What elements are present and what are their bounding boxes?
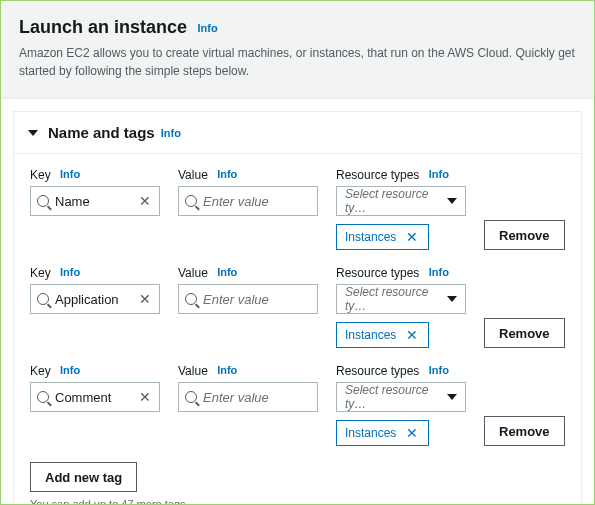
resource-types-label: Resource types Info	[336, 168, 466, 182]
value-input-wrap[interactable]	[178, 186, 318, 216]
remove-button[interactable]: Remove	[484, 318, 565, 348]
key-label: Key Info	[30, 168, 160, 182]
key-info-link[interactable]: Info	[60, 364, 80, 376]
value-info-link[interactable]: Info	[217, 364, 237, 376]
chip-remove-icon[interactable]: ✕	[404, 327, 420, 343]
panel-info-link[interactable]: Info	[161, 127, 181, 139]
chevron-down-icon	[447, 394, 457, 400]
key-input-wrap[interactable]: ✕	[30, 284, 160, 314]
key-input[interactable]	[55, 390, 137, 405]
page-description: Amazon EC2 allows you to create virtual …	[19, 44, 576, 80]
page-title: Launch an instance	[19, 17, 187, 37]
remove-button[interactable]: Remove	[484, 220, 565, 250]
panel-title: Name and tags	[48, 124, 155, 141]
key-input[interactable]	[55, 194, 137, 209]
resource-type-chip[interactable]: Instances ✕	[336, 224, 429, 250]
value-input[interactable]	[203, 292, 311, 307]
value-info-link[interactable]: Info	[217, 266, 237, 278]
value-input-wrap[interactable]	[178, 284, 318, 314]
key-input-wrap[interactable]: ✕	[30, 186, 160, 216]
key-input[interactable]	[55, 292, 137, 307]
chevron-down-icon	[447, 198, 457, 204]
search-icon	[37, 293, 49, 305]
header-info-link[interactable]: Info	[198, 22, 218, 34]
search-icon	[37, 195, 49, 207]
key-label: Key Info	[30, 266, 160, 280]
rt-info-link[interactable]: Info	[429, 168, 449, 180]
key-info-link[interactable]: Info	[60, 266, 80, 278]
chevron-down-icon	[447, 296, 457, 302]
value-label: Value Info	[178, 364, 318, 378]
clear-icon[interactable]: ✕	[137, 291, 153, 307]
panel-body: Key Info ✕ Value Info	[14, 154, 581, 505]
panel-header[interactable]: Name and tags Info	[14, 112, 581, 154]
rt-info-link[interactable]: Info	[429, 266, 449, 278]
search-icon	[185, 391, 197, 403]
search-icon	[185, 195, 197, 207]
value-input-wrap[interactable]	[178, 382, 318, 412]
resource-types-select[interactable]: Select resource ty…	[336, 284, 466, 314]
resource-types-label: Resource types Info	[336, 364, 466, 378]
value-info-link[interactable]: Info	[217, 168, 237, 180]
clear-icon[interactable]: ✕	[137, 389, 153, 405]
value-input[interactable]	[203, 390, 311, 405]
rt-info-link[interactable]: Info	[429, 364, 449, 376]
tag-row: Key Info ✕ Value Info	[30, 266, 565, 348]
name-and-tags-panel: Name and tags Info Key Info ✕ Value Info	[13, 111, 582, 505]
resource-types-label: Resource types Info	[336, 266, 466, 280]
tags-hint: You can add up to 47 more tags.	[30, 498, 565, 505]
chip-remove-icon[interactable]: ✕	[404, 425, 420, 441]
value-label: Value Info	[178, 168, 318, 182]
remove-button[interactable]: Remove	[484, 416, 565, 446]
key-info-link[interactable]: Info	[60, 168, 80, 180]
search-icon	[37, 391, 49, 403]
chip-remove-icon[interactable]: ✕	[404, 229, 420, 245]
tag-row: Key Info ✕ Value Info	[30, 168, 565, 250]
add-new-tag-button[interactable]: Add new tag	[30, 462, 137, 492]
key-input-wrap[interactable]: ✕	[30, 382, 160, 412]
page-header: Launch an instance Info Amazon EC2 allow…	[1, 1, 594, 99]
resource-type-chip[interactable]: Instances ✕	[336, 322, 429, 348]
chevron-down-icon	[28, 130, 38, 136]
value-input[interactable]	[203, 194, 311, 209]
clear-icon[interactable]: ✕	[137, 193, 153, 209]
key-label: Key Info	[30, 364, 160, 378]
value-label: Value Info	[178, 266, 318, 280]
resource-type-chip[interactable]: Instances ✕	[336, 420, 429, 446]
resource-types-select[interactable]: Select resource ty…	[336, 382, 466, 412]
search-icon	[185, 293, 197, 305]
resource-types-select[interactable]: Select resource ty…	[336, 186, 466, 216]
tag-row: Key Info ✕ Value Info	[30, 364, 565, 446]
